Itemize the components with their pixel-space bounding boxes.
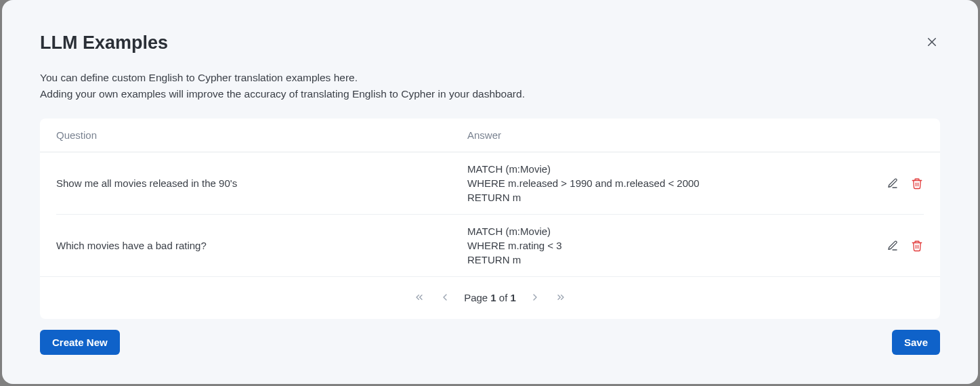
edit-icon (887, 240, 899, 252)
modal-header: LLM Examples (40, 33, 940, 53)
prev-page-button[interactable] (438, 291, 452, 304)
table-body: Show me all movies released in the 90's … (40, 152, 940, 276)
edit-icon (887, 177, 899, 190)
save-button[interactable]: Save (892, 330, 940, 355)
page-of: of (496, 292, 511, 303)
delete-button[interactable] (910, 239, 924, 253)
table-row: Show me all movies released in the 90's … (56, 152, 924, 215)
first-page-button[interactable] (412, 291, 426, 304)
modal-footer: Create New Save (40, 330, 940, 355)
trash-icon (911, 240, 923, 252)
edit-button[interactable] (886, 177, 899, 190)
cell-question: Which movies have a bad rating? (56, 240, 467, 251)
current-page: 1 (490, 292, 496, 303)
column-header-answer: Answer (467, 129, 924, 141)
cell-question: Show me all movies released in the 90's (56, 177, 467, 189)
trash-icon (911, 177, 923, 190)
column-header-question: Question (56, 129, 467, 141)
page-indicator: Page 1 of 1 (464, 292, 516, 303)
description-line-1: You can define custom English to Cypher … (40, 72, 358, 83)
pagination: Page 1 of 1 (40, 276, 940, 319)
cell-answer: MATCH (m:Movie) WHERE m.released > 1990 … (467, 162, 870, 205)
close-icon (926, 36, 938, 48)
page-prefix: Page (464, 292, 490, 303)
close-button[interactable] (924, 34, 940, 50)
chevron-left-icon (440, 292, 450, 303)
row-actions (870, 239, 924, 253)
chevron-right-icon (530, 292, 540, 303)
llm-examples-modal: LLM Examples You can define custom Engli… (2, 0, 978, 384)
examples-table: Question Answer Show me all movies relea… (40, 119, 940, 319)
delete-button[interactable] (910, 177, 924, 190)
edit-button[interactable] (886, 239, 899, 253)
create-new-button[interactable]: Create New (40, 330, 120, 355)
chevron-double-right-icon (555, 292, 566, 303)
last-page-button[interactable] (554, 291, 568, 304)
next-page-button[interactable] (528, 291, 542, 304)
row-actions (870, 177, 924, 190)
total-pages: 1 (511, 292, 516, 303)
modal-title: LLM Examples (40, 33, 168, 53)
cell-answer: MATCH (m:Movie) WHERE m.rating < 3 RETUR… (467, 224, 870, 267)
description-line-2: Adding your own examples will improve th… (40, 88, 525, 100)
table-header-row: Question Answer (40, 119, 940, 152)
modal-description: You can define custom English to Cypher … (40, 70, 940, 102)
chevron-double-left-icon (414, 292, 425, 303)
table-row: Which movies have a bad rating? MATCH (m… (56, 215, 924, 276)
